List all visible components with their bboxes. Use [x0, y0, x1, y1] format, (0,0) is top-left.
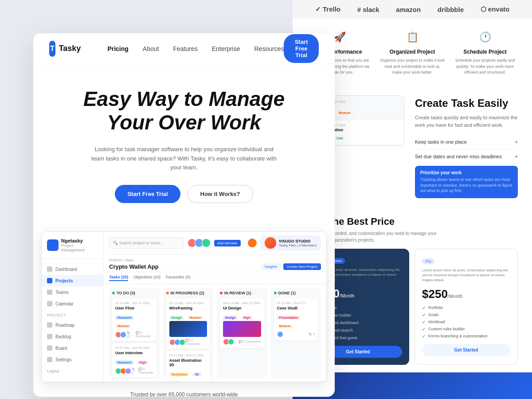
search-box[interactable]: 🔍 Search project or more... — [109, 237, 184, 249]
hero-title: Easy Way to Manage Your Over Work — [49, 87, 319, 134]
checkmark-icon: ✓ — [422, 327, 426, 332]
nav-enterprise[interactable]: Enterprise — [212, 45, 240, 52]
hero-start-trial-button[interactable]: Start Free Trial — [115, 185, 180, 203]
tab-tasks[interactable]: Tasks (20) — [109, 275, 128, 281]
checkmark-icon: ✓ — [422, 305, 426, 310]
card-wireframing[interactable]: Fri 11 Mar - Sun 18 2022 Wireframing Des… — [166, 298, 211, 348]
create-task-title: Create Task Easily — [415, 97, 518, 110]
column-inprogress: IN PROGRESS (2) Fri 11 Mar - Sun 18 2022… — [163, 288, 214, 378]
add-member-button[interactable]: Add Member — [214, 240, 241, 246]
column-done: DONE (1) Fri 11 Mar - Sun 17.2 Case Stud… — [271, 288, 321, 378]
sidebar-logo: Ngetasky Project Management — [42, 238, 103, 259]
dashboard-icon — [47, 266, 52, 272]
right-brand-amazon: amazon — [396, 6, 421, 13]
feature-title-2: Organized Project — [379, 49, 445, 55]
feature-organized: 📋 Organized Project Organize your projec… — [379, 29, 445, 76]
visugo-name: VISUGO STUDIO — [279, 239, 317, 243]
column-inprogress-header: IN PROGRESS (2) — [166, 291, 211, 295]
card-user-flow[interactable]: Fri 11 Mar - Sun 17 2022 User Flow Resea… — [112, 298, 156, 341]
plus-icon: + — [515, 139, 518, 145]
checkmark-icon: ✓ — [422, 334, 426, 339]
card-image-dark — [169, 321, 207, 337]
breadcrumb: Projects > Apps — [109, 258, 321, 262]
card-avatar — [125, 368, 131, 374]
pricing-cards: Recommended Lorem ipsum dolor sit amet, … — [307, 249, 518, 365]
sidebar-app-name: Ngetasky — [61, 238, 98, 243]
nav-links: Pricing About Features Enterprise Resour… — [107, 45, 284, 52]
sidebar-item-backlog[interactable]: Backlog — [42, 331, 103, 342]
pro-price: $250/Month — [422, 287, 510, 301]
pricing-top: Pick the Best Price of the power, contro… — [307, 216, 518, 243]
accordion-item-2[interactable]: Set due dates and never miss deadlines + — [415, 149, 518, 164]
sidebar-item-projects[interactable]: Projects — [42, 275, 103, 286]
nav-about[interactable]: About — [143, 45, 159, 52]
sidebar-item-roadmap[interactable]: Roadmap — [42, 319, 103, 331]
card-asset-illustration[interactable]: Fri 14 Mar - Sun 17 2022 Asset Illustrat… — [112, 379, 156, 382]
pro-cta-button[interactable]: Get Started — [422, 344, 510, 356]
checkmark-icon: ✓ — [422, 313, 426, 317]
project-header: Projects > Apps Crypto Wallet App Insigh… — [104, 254, 326, 272]
sidebar-item-settings[interactable]: Settings — [42, 354, 103, 365]
feature-desc-2: Organize your project to make it look ne… — [379, 58, 445, 76]
card-avatar — [179, 339, 185, 345]
projects-icon — [47, 278, 52, 283]
done-dot — [274, 292, 277, 294]
teams-icon — [47, 289, 52, 295]
card-asset-3d[interactable]: Fri 11 Mar - Sun 17 2022 Asset Illustrat… — [166, 351, 211, 382]
right-brand-slack: # slack — [357, 6, 379, 13]
card-user-interview[interactable]: Fri 17 Mar - Sun 18 2022 User Interview … — [112, 343, 156, 377]
create-task-desc: Create tasks quickly and easily to maxim… — [415, 114, 518, 129]
pro-features: ✓Portfolio ✓Goals ✓Workload ✓Custom rule… — [422, 305, 510, 339]
right-brand-dribbble: dribbble — [438, 6, 464, 13]
app-topbar: 🔍 Search project or more... Add Member V… — [104, 232, 326, 254]
card-avatar — [228, 339, 234, 345]
clipboard-icon: 📋 — [404, 29, 420, 45]
project-tabs: Tasks (20) Objectives (10) Favourites (6… — [104, 272, 326, 284]
feature-title-3: Schedule Project — [452, 49, 518, 55]
sidebar-app-sub: Project Management — [61, 243, 98, 252]
app-screenshot: Ngetasky Project Management Dashboard Pr… — [41, 231, 327, 382]
accordion-item-1[interactable]: Keep tasks in one place + — [415, 135, 518, 149]
tab-objectives[interactable]: Objectives (10) — [133, 275, 160, 281]
hero-how-it-works-button[interactable]: How it Works? — [188, 185, 253, 203]
sidebar-item-dashboard[interactable]: Dashboard — [42, 263, 103, 275]
column-inreview: IN REVIEW (1) Mon 18 Mar - Mon 25 2022 U… — [217, 288, 267, 378]
logos-strip: ✓ Trello # slack amazon dribbble ⬡ envat… — [293, 0, 532, 19]
calendar-icon — [47, 301, 52, 306]
inreview-dot — [220, 292, 223, 294]
nav-features[interactable]: Features — [173, 45, 197, 52]
tab-favourites[interactable]: Favourites (6) — [166, 275, 191, 281]
visugo-info: Tasky Plan | 4 Members — [279, 243, 317, 247]
pick-price-title: Pick the Best Price — [307, 216, 518, 227]
plus-icon-2: + — [515, 154, 518, 159]
card-ui-design[interactable]: Mon 18 Mar - Mon 25 2022 UI Design Desig… — [220, 298, 264, 348]
feature-schedule: 🕐 Schedule Project Schedule your project… — [452, 29, 518, 76]
sidebar-logout[interactable]: Logout — [42, 365, 103, 377]
sidebar-item-board[interactable]: Board — [42, 342, 103, 354]
insights-button[interactable]: Insights — [261, 263, 281, 270]
hero-buttons: Start Free Trial How it Works? — [49, 185, 319, 203]
accordion-item-3-expanded: Prioritize your work Tracking allows tea… — [415, 166, 518, 198]
hero-section: Easy Way to Manage Your Over Work Lookin… — [33, 64, 335, 231]
logo-text: Tasky — [59, 44, 81, 53]
nav-pricing[interactable]: Pricing — [107, 45, 128, 52]
sidebar-item-calendar[interactable]: Calendar — [42, 298, 103, 309]
nav-resources[interactable]: Resources — [254, 45, 284, 52]
card-case-study[interactable]: Fri 11 Mar - Sun 17.2 Case Studi Present… — [274, 298, 318, 340]
create-new-project-button[interactable]: Create New Project — [283, 263, 321, 270]
start-free-trial-button[interactable]: Start Free Trial — [284, 34, 319, 63]
avatar-3 — [202, 239, 211, 247]
kanban-board: TO DO (3) Fri 11 Mar - Sun 17 2022 User … — [104, 284, 326, 382]
column-todo-header: TO DO (3) — [112, 291, 156, 295]
trusted-title: Trusted by over 65,000 customers world-w… — [49, 391, 319, 397]
pricing-card-pro: Pro Lorem ipsum dolor sit amet, consecte… — [415, 249, 518, 365]
avatar-stack — [188, 239, 211, 247]
inprogress-dot — [166, 292, 169, 294]
visugo-logo — [265, 237, 276, 249]
sidebar-item-teams[interactable]: Teams — [42, 286, 103, 298]
sidebar-section-project: Project — [42, 309, 103, 319]
visugo-strip: VISUGO STUDIO Tasky Plan | 4 Members — [260, 235, 321, 250]
navbar: T Tasky Pricing About Features Enterpris… — [33, 33, 335, 64]
pro-badge: Pro — [422, 258, 434, 264]
accordion-expanded-desc: Tracking allows teams to see which tasks… — [420, 177, 512, 194]
